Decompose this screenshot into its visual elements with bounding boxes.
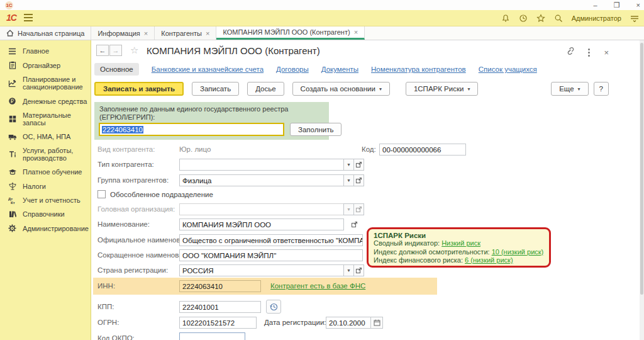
tab-information[interactable]: Информация × <box>91 26 155 40</box>
sidebar-item-services[interactable]: Услуги, работы, производство <box>0 144 91 165</box>
kpp-history-button[interactable] <box>266 300 281 314</box>
home-icon <box>6 30 14 37</box>
create-based-on-button[interactable]: Создать на основании ▾ <box>292 82 390 96</box>
sidebar-item-taxes[interactable]: Налоги <box>0 179 91 193</box>
button-label: Создать на основании <box>301 85 375 93</box>
app-toolbar: 1С Администратор <box>0 10 644 26</box>
group-open-button[interactable] <box>353 174 364 186</box>
sidebar-item-assets[interactable]: ОС, НМА, НПА <box>0 130 91 144</box>
search-icon[interactable] <box>554 14 563 23</box>
forward-button[interactable]: → <box>109 45 122 56</box>
head-org-input[interactable] <box>179 203 344 215</box>
spark-financial-link[interactable]: 6 (низкий риск) <box>465 256 513 264</box>
help-button[interactable]: ? <box>594 82 609 96</box>
close-tab-icon[interactable]: × <box>206 30 209 37</box>
sidebar-item-label: Главное <box>23 47 49 55</box>
group-label: Группа контрагентов: <box>97 176 169 184</box>
inn-input[interactable]: 2224063410 <box>179 280 261 292</box>
okpo-label: Код ОКПО: <box>97 334 135 340</box>
minimize-button[interactable]: – <box>594 2 597 8</box>
short-name-input[interactable]: ООО "КОМПАНИЯ МЭЙПЛ" <box>179 249 363 261</box>
separate-unit-checkbox[interactable] <box>97 190 106 198</box>
name-open-button[interactable] <box>349 218 360 230</box>
group-dropdown-button[interactable]: ▾ <box>343 174 354 186</box>
head-org-open-button[interactable] <box>353 203 364 215</box>
button-label: Еще <box>559 85 574 93</box>
scrollbar-thumb[interactable] <box>640 43 643 295</box>
kpp-input[interactable]: 222401001 <box>179 301 261 313</box>
sidebar-item-education[interactable]: Платное обучение <box>0 165 91 179</box>
service-menu-icon[interactable] <box>630 14 639 22</box>
group-input[interactable]: Физлица <box>179 174 344 186</box>
kind-value: Юр. лицо <box>179 145 211 153</box>
sidebar-item-administration[interactable]: Администрирование <box>0 221 91 235</box>
current-user-label[interactable]: Администратор <box>572 14 621 22</box>
sidebar-item-inventory[interactable]: Материальные запасы <box>0 108 91 130</box>
spark-summary-link[interactable]: Низкий риск <box>441 239 480 247</box>
okpo-input[interactable] <box>179 332 245 340</box>
nav-link-contracts[interactable]: Договоры <box>276 65 309 73</box>
close-tab-icon[interactable]: × <box>354 28 358 36</box>
sidebar-item-money[interactable]: Денежные средства <box>0 94 91 108</box>
tab-contractor-card[interactable]: КОМПАНИЯ МЭЙПЛ ООО (Контрагент) × <box>216 26 365 40</box>
sidebar-item-planning[interactable]: Планирование и санкционирование <box>0 72 91 94</box>
back-button[interactable]: ← <box>96 45 109 56</box>
main-menu-icon[interactable] <box>24 14 33 21</box>
assets-icon <box>8 133 17 140</box>
sidebar-item-main[interactable]: Главное <box>0 44 91 58</box>
close-tab-icon[interactable]: × <box>144 30 148 37</box>
maximize-button[interactable]: ❒ <box>614 2 620 8</box>
spark-row-label: Индекс должной осмотрительности: <box>374 248 490 256</box>
country-input[interactable]: РОССИЯ <box>179 264 344 276</box>
egrul-inn-input[interactable]: 2224063410 <box>99 123 284 136</box>
code-label: Код: <box>362 145 376 153</box>
type-open-button[interactable] <box>353 159 364 171</box>
save-button[interactable]: Записать <box>192 82 239 96</box>
country-open-button[interactable] <box>353 264 364 276</box>
spark-row-label: Индекс финансового риска: <box>374 256 463 264</box>
gear-icon <box>8 224 17 232</box>
nav-tab-main[interactable]: Основное <box>94 63 139 76</box>
code-input[interactable]: 00-000000000066 <box>379 144 466 156</box>
notifications-bell-icon[interactable] <box>501 14 510 23</box>
name-input[interactable]: КОМПАНИЯ МЭЙПЛ ООО <box>179 218 344 230</box>
save-and-close-button[interactable]: Записать и закрыть <box>94 82 184 96</box>
close-window-button[interactable]: × <box>636 2 640 8</box>
nav-link-nomenclature[interactable]: Номенклатура контрагентов <box>371 65 466 73</box>
fill-button[interactable]: Заполнить <box>290 123 341 136</box>
type-input[interactable] <box>179 159 344 171</box>
more-options-icon[interactable] <box>588 48 590 57</box>
type-dropdown-button[interactable]: ▾ <box>343 159 354 171</box>
application-window: 1C – ❒ × 1С Администратор <box>0 0 644 340</box>
history-icon[interactable] <box>519 14 528 23</box>
sidebar-item-organizer[interactable]: Органайзер <box>0 58 91 72</box>
nav-link-documents[interactable]: Документы <box>321 65 358 73</box>
inn-highlight-band <box>93 278 437 295</box>
chevron-down-icon: ▾ <box>578 86 580 92</box>
more-button[interactable]: Еще ▾ <box>551 82 588 96</box>
tab-home[interactable]: Начальная страница <box>0 26 91 40</box>
vertical-scrollbar[interactable] <box>640 40 644 340</box>
favorite-star-icon[interactable]: ☆ <box>130 45 138 56</box>
dossier-button[interactable]: Досье <box>247 82 284 96</box>
spark-risks-button[interactable]: 1СПАРК Риски ▾ <box>406 82 479 96</box>
close-form-icon[interactable]: × <box>604 48 609 57</box>
main-menu-icon <box>8 48 17 55</box>
reg-date-calendar-button[interactable] <box>370 317 383 329</box>
ogrn-input[interactable]: 1022201521572 <box>179 317 257 329</box>
reg-date-input[interactable]: 20.10.2000 <box>326 317 371 329</box>
nav-link-bank-accounts[interactable]: Банковские и казначейские счета <box>152 65 264 73</box>
get-link-icon[interactable] <box>565 47 574 58</box>
head-org-label: Головная организация: <box>97 205 175 213</box>
official-name-input[interactable]: Общество с ограниченной ответственностью… <box>179 234 363 246</box>
fns-check-link[interactable]: Контрагент есть в базе ФНС <box>270 282 365 290</box>
tab-contractors[interactable]: Контрагенты × <box>155 26 216 40</box>
spark-diligence-link[interactable]: 10 (низкий риск) <box>492 248 544 256</box>
sidebar-item-catalogs[interactable]: Справочники <box>0 207 91 221</box>
sidebar-item-accounting[interactable]: ДтКт Учет и отчетность <box>0 193 91 207</box>
services-icon <box>8 150 17 158</box>
head-org-dropdown-button[interactable]: ▾ <box>343 203 354 215</box>
nav-link-students-list[interactable]: Список учащихся <box>479 65 537 73</box>
country-dropdown-button[interactable]: ▾ <box>343 264 354 276</box>
favorites-star-icon[interactable] <box>536 14 545 23</box>
